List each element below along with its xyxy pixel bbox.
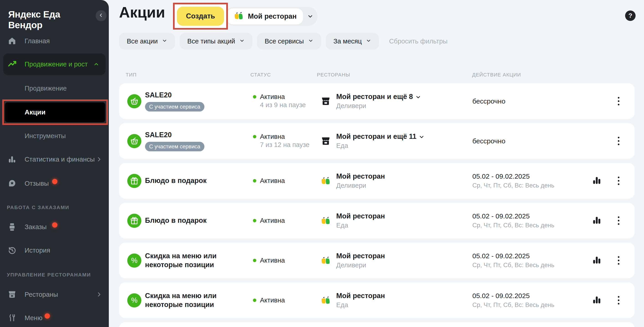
restaurant-selector-label: Мой ресторан: [248, 12, 296, 20]
stats-button[interactable]: [590, 242, 603, 278]
restaurant-name[interactable]: Мой ресторан: [336, 252, 385, 260]
kebab-icon: [618, 97, 620, 105]
basket-icon: [127, 134, 141, 148]
sidebar-item-orders[interactable]: Заказы: [0, 220, 109, 234]
stats-button[interactable]: [590, 163, 603, 199]
page-title: Акции: [119, 4, 165, 21]
status-text: Активна: [260, 93, 306, 101]
service-name: Деливери: [336, 262, 385, 269]
notification-dot: [44, 313, 50, 318]
stats-button[interactable]: [590, 282, 603, 318]
row-menu-button[interactable]: [614, 123, 624, 159]
kebab-icon: [618, 256, 620, 265]
question-mark-icon: ?: [628, 12, 632, 19]
brand-logo-icon: [320, 295, 332, 306]
status-dot-icon: [253, 259, 256, 262]
sidebar-item-growth[interactable]: Продвижение и рост: [3, 54, 106, 75]
status-dot-icon: [253, 298, 256, 302]
action-period: бессрочно: [472, 98, 505, 105]
action-schedule: Ср, Чт, Пт, Сб, Вс: Весь день: [472, 222, 554, 229]
column-header-3: ДЕЙСТВИЕ АКЦИИ: [472, 72, 521, 78]
restaurant-name[interactable]: Мой ресторан: [336, 292, 385, 300]
chevron-down-icon: [308, 38, 314, 44]
chevron-down-icon[interactable]: [303, 13, 318, 20]
table-row[interactable]: Блюдо в подарок Активна Мой ресторан: [119, 203, 635, 238]
promo-title-cell: Блюдо в подарок: [145, 203, 207, 238]
action-cell: 05.02 - 09.02.2025 Ср, Чт, Пт, Сб, Вс: В…: [472, 282, 554, 318]
filters-bar: Все акцииВсе типы акцийВсе сервисыЗа мес…: [119, 33, 448, 50]
column-header-0: ТИП: [126, 72, 136, 78]
basket-icon: [127, 94, 141, 108]
restaurant-selector[interactable]: Мой ресторан: [225, 7, 318, 26]
promo-type-cell: [127, 163, 141, 199]
promo-title: Скидка на меню или некоторые позиции: [145, 292, 216, 309]
sidebar-item-menu[interactable]: Меню: [0, 310, 109, 325]
sidebar-item-history[interactable]: История: [0, 243, 109, 258]
create-button[interactable]: Создать: [177, 6, 224, 26]
sidebar-item-reviews[interactable]: Отзывы: [0, 176, 109, 191]
restaurant-name[interactable]: Мой ресторан: [336, 212, 385, 220]
sidebar-item-sec-rest: УПРАВЛЕНИЕ РЕСТОРАНАМИ: [7, 270, 91, 280]
filter-pill-2[interactable]: Все сервисы: [257, 33, 321, 50]
cutlery-icon: [7, 313, 17, 323]
sidebar-item-promos[interactable]: Акции: [5, 102, 105, 122]
restaurant-name[interactable]: Мой ресторан: [336, 172, 385, 180]
promo-type-cell: %: [127, 282, 141, 318]
row-menu-button[interactable]: [614, 163, 624, 199]
sidebar-item-sec-orders: РАБОТА С ЗАКАЗАМИ: [7, 203, 69, 212]
table-row[interactable]: SALE20 С участием сервиса Активна 4 из 9…: [119, 83, 635, 119]
help-button[interactable]: ?: [625, 10, 636, 21]
promo-type-cell: %: [127, 242, 141, 278]
action-cell: бессрочно: [472, 83, 505, 119]
percent-icon: %: [127, 254, 141, 268]
action-period: 05.02 - 09.02.2025: [472, 212, 530, 220]
reset-filters-link[interactable]: Сбросить фильтры: [389, 38, 448, 45]
filter-pill-1[interactable]: Все типы акций: [180, 33, 252, 50]
restaurant-name[interactable]: Мой ресторан и ещё 8: [336, 92, 421, 101]
gift-icon: [127, 214, 141, 228]
sidebar-item-stats[interactable]: Статистика и финансы: [0, 152, 109, 166]
sidebar-item-restaurants[interactable]: Рестораны: [0, 287, 109, 302]
row-menu-button[interactable]: [614, 203, 624, 238]
table-row[interactable]: % Скидка на меню или некоторые позиции А…: [119, 282, 635, 318]
kebab-icon: [618, 296, 620, 304]
status-subtext: 4 из 9 на паузе: [260, 101, 306, 110]
brand-logo-icon: [320, 216, 332, 226]
promo-title-cell: Скидка на меню или некоторые позиции: [145, 242, 216, 278]
restaurant-name[interactable]: Мой ресторан и ещё 11: [336, 132, 424, 141]
status-dot-icon: [253, 219, 256, 222]
chevron-down-icon[interactable]: [419, 134, 424, 140]
notification-dot: [52, 179, 57, 184]
sidebar-item-home[interactable]: Главная: [0, 34, 109, 48]
table-row-partial: [119, 322, 635, 327]
row-menu-button[interactable]: [614, 242, 624, 278]
promo-title-cell: SALE20 С участием сервиса: [145, 83, 204, 119]
app-root: { "colors": { "sidebar_bg": "#272c32", "…: [0, 0, 644, 327]
status-text: Активна: [260, 133, 309, 141]
table-row[interactable]: % Скидка на меню или некоторые позиции А…: [119, 242, 635, 278]
review-icon: [7, 178, 17, 189]
filter-pill-0[interactable]: Все акции: [119, 33, 175, 50]
storefront-icon: [7, 289, 17, 300]
stats-button[interactable]: [590, 203, 603, 238]
row-menu-button[interactable]: [614, 282, 624, 318]
sidebar-item-tools[interactable]: Инструменты: [0, 128, 109, 143]
table-row[interactable]: Блюдо в подарок Активна Мой ресторан: [119, 163, 635, 199]
brand-logo-icon: [320, 255, 332, 266]
table-row[interactable]: SALE20 С участием сервиса Активна 7 из 1…: [119, 123, 635, 159]
row-menu-button[interactable]: [614, 83, 624, 119]
main-content: Акции Создать Мой ресторан ? Все акцииВс…: [109, 0, 644, 327]
service-name: Еда: [336, 222, 385, 229]
chevron-down-icon: [162, 38, 167, 44]
chevron-down-icon[interactable]: [415, 94, 421, 100]
action-cell: бессрочно: [472, 123, 505, 159]
sidebar-collapse-button[interactable]: [96, 10, 106, 21]
storefront-icon: [320, 136, 332, 146]
status-cell: Активна: [253, 203, 285, 238]
stats-bars-icon: [592, 215, 602, 226]
filter-pill-3[interactable]: За месяц: [326, 33, 379, 50]
status-subtext: 7 из 12 на паузе: [260, 141, 309, 149]
sidebar: Яндекс Еда Вендор ГлавнаяПродвижение и р…: [0, 0, 109, 327]
sidebar-item-promotion[interactable]: Продвижение: [0, 81, 109, 96]
action-schedule: Ср, Чт, Пт, Сб, Вс: Весь день: [472, 302, 554, 308]
